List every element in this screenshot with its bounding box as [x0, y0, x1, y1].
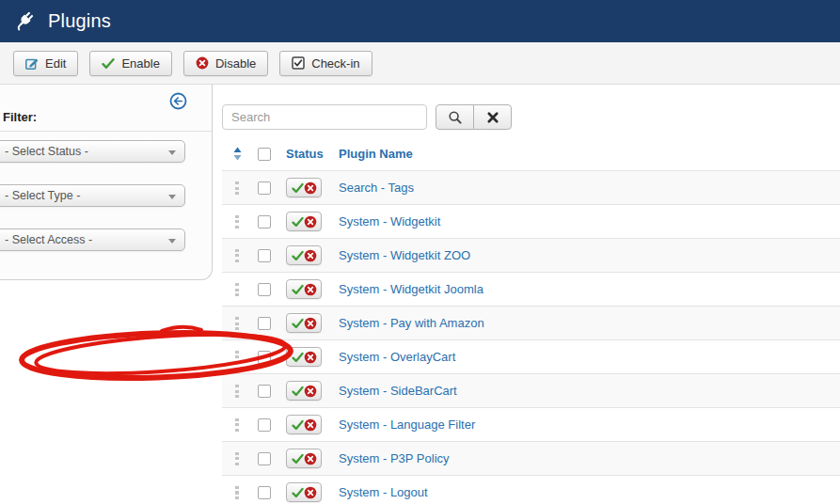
page-title: Plugins [48, 10, 111, 32]
enabled-check-icon [292, 453, 304, 465]
table-row: System - OverlayCart [222, 340, 840, 374]
table-row: System - SideBarCart [222, 374, 840, 408]
disabled-x-icon [304, 452, 317, 465]
plugin-name-link[interactable]: System - SideBarCart [339, 384, 840, 398]
select-status-dropdown[interactable]: - Select Status - [0, 140, 185, 163]
row-checkbox[interactable] [258, 181, 271, 195]
row-checkbox[interactable] [258, 317, 271, 330]
status-toggle-button[interactable] [286, 178, 322, 197]
table-row: System - Widgetkit Joomla [222, 273, 840, 307]
row-checkbox[interactable] [258, 418, 271, 432]
edit-button[interactable]: Edit [13, 51, 78, 76]
search-submit-button[interactable] [436, 104, 474, 130]
status-toggle-button[interactable] [286, 279, 322, 299]
check-in-button[interactable]: Check-in [279, 51, 372, 76]
status-toggle-button[interactable] [286, 347, 322, 367]
enabled-check-icon [292, 182, 304, 194]
enabled-check-icon [292, 386, 304, 397]
plugin-name-link[interactable]: System - OverlayCart [339, 350, 840, 364]
row-checkbox[interactable] [258, 351, 271, 364]
row-checkbox[interactable] [258, 283, 271, 296]
drag-handle-icon[interactable] [235, 452, 239, 465]
search-bar [222, 104, 840, 130]
select-all-checkbox[interactable] [258, 148, 271, 161]
drag-handle-icon[interactable] [235, 249, 239, 262]
status-toggle-button[interactable] [286, 449, 322, 468]
table-row: Search - Tags [222, 171, 840, 205]
table-header: Status Plugin Name [222, 137, 840, 171]
plugin-name-link[interactable]: System - Widgetkit Joomla [339, 282, 840, 296]
drag-handle-icon[interactable] [235, 486, 239, 499]
plugin-name-link[interactable]: System - P3P Policy [339, 451, 840, 465]
row-checkbox[interactable] [258, 486, 271, 499]
disabled-x-icon [304, 215, 317, 228]
search-icon [448, 110, 463, 125]
filter-label: Filter: [3, 110, 212, 124]
status-toggle-button[interactable] [286, 212, 322, 231]
table-row: System - Widgetkit [222, 205, 840, 239]
caret-down-icon [168, 150, 176, 155]
row-checkbox[interactable] [258, 452, 271, 465]
row-checkbox[interactable] [258, 215, 271, 228]
status-toggle-button[interactable] [286, 415, 322, 434]
plugin-name-link[interactable]: System - Language Filter [339, 417, 840, 432]
drag-handle-icon[interactable] [235, 215, 239, 228]
sort-arrows-icon [232, 147, 243, 161]
column-header-plugin-name[interactable]: Plugin Name [339, 147, 840, 161]
status-toggle-button[interactable] [286, 381, 322, 401]
table-row: System - Logout [222, 476, 840, 504]
clear-x-icon [486, 111, 499, 124]
disabled-x-icon [304, 283, 317, 296]
filter-sidebar: Filter: - Select Status - - Select Type … [0, 85, 213, 280]
drag-handle-icon[interactable] [235, 418, 239, 432]
disable-circle-x-icon [196, 56, 209, 70]
disabled-x-icon [304, 249, 317, 262]
drag-handle-icon[interactable] [235, 351, 239, 364]
select-access-dropdown[interactable]: - Select Access - [0, 228, 185, 251]
ordering-sort-button[interactable] [231, 147, 243, 161]
drag-handle-icon[interactable] [235, 283, 239, 296]
edit-icon [25, 56, 39, 70]
status-toggle-button[interactable] [286, 313, 322, 333]
row-checkbox[interactable] [258, 385, 271, 398]
row-checkbox[interactable] [258, 249, 271, 262]
plugin-name-link[interactable]: Search - Tags [339, 181, 840, 195]
plugin-name-link[interactable]: System - Pay with Amazon [339, 316, 840, 330]
checkin-checkbox-icon [292, 56, 305, 70]
caret-down-icon [168, 239, 176, 244]
plugin-name-link[interactable]: System - Widgetkit ZOO [339, 248, 840, 262]
caret-down-icon [168, 195, 176, 199]
toolbar: Edit Enable Disable Check-in [0, 42, 840, 85]
clear-search-button[interactable] [473, 104, 512, 130]
app-header: Plugins [0, 0, 840, 42]
table-row: System - Widgetkit ZOO [222, 239, 840, 273]
disabled-x-icon [304, 181, 317, 195]
drag-handle-icon[interactable] [235, 181, 239, 195]
drag-handle-icon[interactable] [235, 317, 239, 330]
content-area: Filter: - Select Status - - Select Type … [0, 86, 840, 504]
main-panel: Status Plugin Name Search - Tags [222, 86, 840, 504]
enabled-check-icon [292, 487, 304, 498]
filter-divider [0, 131, 212, 132]
disabled-x-icon [304, 317, 317, 330]
collapse-sidebar-button[interactable] [169, 92, 187, 110]
disable-button[interactable]: Disable [183, 51, 268, 76]
table-row: System - P3P Policy [222, 442, 840, 476]
enabled-check-icon [292, 216, 304, 228]
select-type-dropdown[interactable]: - Select Type - [0, 184, 185, 207]
enable-button[interactable]: Enable [89, 51, 171, 76]
column-header-status[interactable]: Status [286, 147, 339, 161]
table-body: Search - Tags System - Widgetkit [222, 171, 840, 504]
status-toggle-button[interactable] [286, 482, 322, 502]
disabled-x-icon [304, 418, 317, 432]
enabled-check-icon [292, 250, 304, 261]
drag-handle-icon[interactable] [235, 385, 239, 398]
plugin-name-link[interactable]: System - Logout [339, 485, 840, 499]
search-input[interactable] [222, 104, 427, 130]
enabled-check-icon [292, 352, 304, 363]
plug-icon [12, 9, 36, 33]
status-toggle-button[interactable] [286, 245, 322, 265]
enabled-check-icon [292, 318, 304, 329]
enabled-check-icon [292, 284, 304, 295]
plugin-name-link[interactable]: System - Widgetkit [339, 214, 840, 228]
